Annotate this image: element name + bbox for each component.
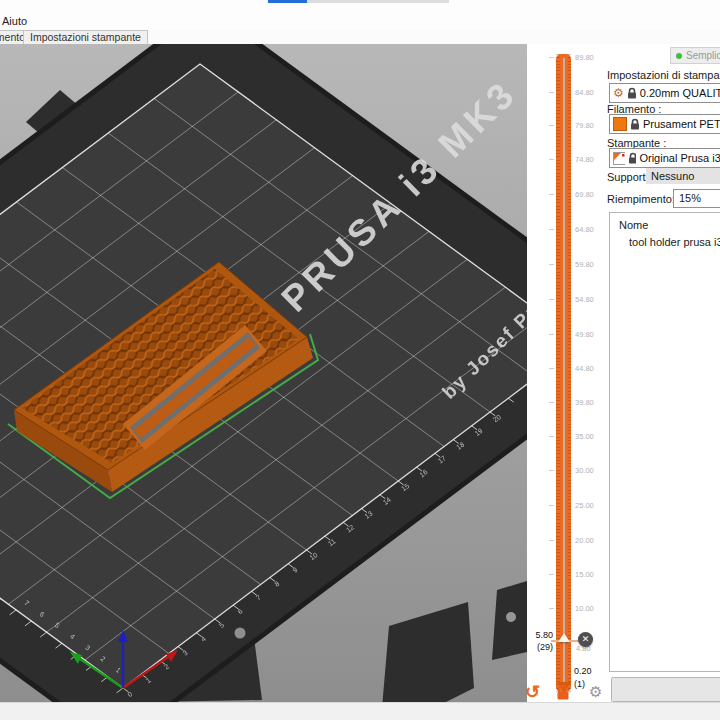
object-list-item[interactable]: tool holder prusa i3mk3 — [629, 236, 720, 248]
upper-layer-number: (29) — [531, 642, 553, 652]
slider-tick — [549, 574, 554, 575]
slider-tick — [549, 264, 554, 265]
filament-color-swatch — [613, 117, 627, 131]
infill-select[interactable]: 15% — [673, 189, 720, 208]
bed-tab-hole — [506, 612, 516, 622]
slider-notches — [568, 54, 572, 692]
undo-icon[interactable]: ↺ — [525, 681, 540, 703]
lock-open-icon[interactable] — [556, 684, 570, 700]
slider-tick-label: 59.80 — [575, 260, 594, 269]
upper-layer-height: 5.80 — [531, 630, 553, 640]
slider-tick-label: 10.00 — [575, 604, 594, 613]
printer-combo[interactable]: Original Prusa i3 M — [609, 148, 720, 168]
mode-tab-simple[interactable]: Semplice — [670, 47, 720, 64]
bottom-status-bar — [0, 702, 720, 720]
print-settings-label: Impostazioni di stampa : — [607, 69, 720, 81]
lock-icon — [630, 118, 640, 130]
filament-value: Prusament PETG — [643, 118, 720, 130]
slider-tick-label: 30.00 — [575, 466, 594, 475]
slider-tick-label: 54.80 — [575, 295, 594, 304]
object-list-header: Nome — [619, 219, 648, 231]
layer-slider-panel: 89.8084.8079.8074.8069.8064.8059.8054.80… — [527, 44, 605, 702]
mode-dot-icon — [676, 53, 682, 59]
slider-tick — [549, 125, 554, 126]
slider-notches — [556, 54, 560, 692]
slider-tick-label: 35.00 — [575, 432, 594, 441]
slider-tick — [549, 436, 554, 437]
slider-tick — [549, 229, 554, 230]
printer-value: Original Prusa i3 M — [639, 152, 720, 164]
settings-panel: Semplice Impostazioni di stampa : ⚙ 0.20… — [605, 44, 720, 702]
slider-tick — [549, 57, 554, 58]
menu-item-help[interactable]: Aiuto — [2, 15, 27, 27]
lock-icon — [628, 152, 637, 164]
slider-tick-label: 69.80 — [575, 190, 594, 199]
printer-icon — [613, 152, 625, 165]
slider-tick-label: 79.80 — [575, 121, 594, 130]
slider-tick — [549, 505, 554, 506]
slider-tick-label: 89.80 — [575, 53, 594, 62]
lock-icon — [627, 87, 637, 99]
export-button[interactable] — [611, 677, 720, 702]
slider-tick — [549, 194, 554, 195]
tab-printer-settings[interactable]: Impostazioni stampante — [23, 30, 148, 44]
slider-tick — [549, 92, 554, 93]
slider-tick — [549, 334, 554, 335]
slider-tick-label: 84.80 — [575, 88, 594, 97]
prusaslicer-window: Aiuto mento Impostazioni stampante — [0, 0, 720, 720]
lower-layer-height: 0.20 — [574, 666, 596, 676]
upper-layer-handle[interactable] — [558, 633, 570, 642]
slider-tick-label: 15.00 — [575, 570, 594, 579]
supports-label: Supporti: — [607, 171, 651, 183]
slider-tick — [549, 540, 554, 541]
slider-tick — [549, 402, 554, 403]
top-accent-gray — [307, 0, 449, 3]
filament-combo[interactable]: Prusament PETG — [609, 114, 720, 134]
object-list: Nome tool holder prusa i3mk3 — [609, 212, 720, 672]
print-settings-value: 0.20mm QUALITY — [640, 87, 720, 99]
bed-tab-hole — [235, 628, 246, 639]
slider-tick-label: 74.80 — [575, 155, 594, 164]
gear-icon[interactable]: ⚙ — [589, 683, 602, 701]
close-range-icon[interactable]: ✕ — [578, 632, 593, 647]
print-profile-gear-icon: ⚙ — [613, 87, 624, 99]
slider-tick-label: 39.80 — [575, 398, 594, 407]
slider-tick-label: 25.00 — [575, 501, 594, 510]
top-accent-blue — [268, 0, 307, 3]
slider-groove — [563, 58, 565, 688]
print-settings-combo[interactable]: ⚙ 0.20mm QUALITY — [609, 83, 720, 103]
slider-tick — [549, 470, 554, 471]
slider-tick — [549, 368, 554, 369]
layer-slider-track[interactable] — [556, 54, 571, 692]
mode-tab-label: Semplice — [686, 50, 720, 61]
supports-select[interactable]: Nessuno — [646, 168, 720, 184]
settings-tab-row: mento Impostazioni stampante — [0, 30, 720, 45]
slider-tick — [549, 608, 554, 609]
slider-tick — [549, 159, 554, 160]
infill-value: 15% — [679, 192, 701, 204]
top-bar: Aiuto — [0, 0, 720, 30]
slider-tick-label: 49.80 — [575, 330, 594, 339]
slider-tick — [549, 299, 554, 300]
infill-label: Riempimento: — [607, 193, 675, 205]
slider-tick-label: 20.00 — [575, 536, 594, 545]
slider-tick-label: 64.80 — [575, 225, 594, 234]
slider-tick-label: 44.80 — [575, 364, 594, 373]
viewport-3d[interactable]: 012345678910111213141516171819201234567 … — [0, 44, 527, 702]
